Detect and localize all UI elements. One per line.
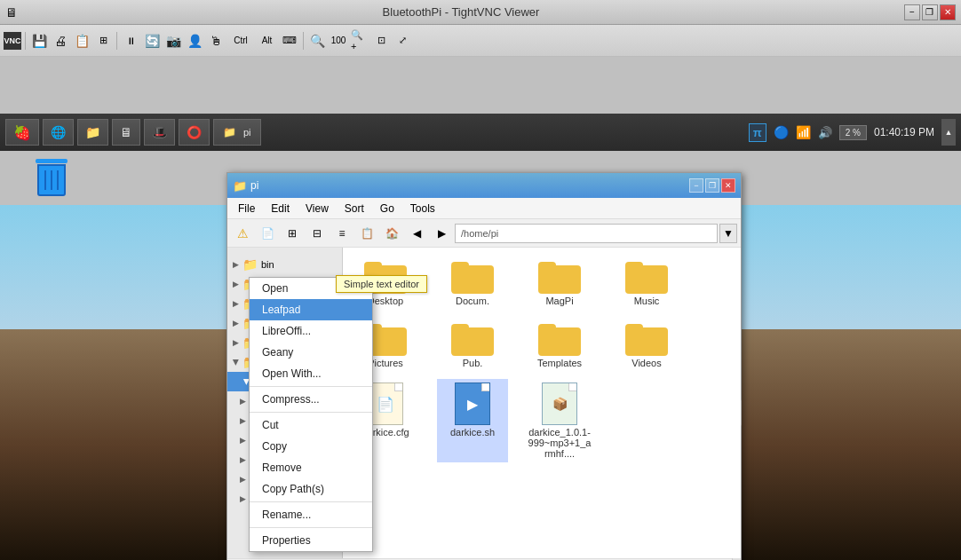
vnc-tool-zoom-in[interactable]: 🔍+: [350, 31, 369, 51]
file-item-darkice-sh[interactable]: ▶ darkice.sh: [437, 379, 508, 462]
file-label: Pub.: [463, 358, 483, 368]
scroll-up-icon: ▲: [945, 128, 953, 137]
vnc-tool-grid1[interactable]: ⊞: [93, 31, 113, 51]
vnc-close-button[interactable]: ✕: [940, 4, 956, 20]
file-item-pub[interactable]: Pub.: [437, 317, 508, 372]
fm-tool-home[interactable]: 🏠: [380, 222, 403, 245]
folder-icon-music: [625, 258, 668, 294]
vnc-toolbar: VNC 💾 🖨 📋 ⊞ ⏸ 🔄 📷 👤 🖱 Ctrl Alt ⌨ 🔍 100 🔍…: [0, 25, 961, 57]
vnc-tool-zoom-out[interactable]: 🔍: [307, 31, 327, 51]
vnc-tool-mouse[interactable]: 🖱: [206, 31, 226, 51]
cm-item-copy[interactable]: Copy: [250, 436, 372, 457]
cm-item-remove[interactable]: Remove: [250, 457, 372, 478]
clock-display: 01:40:19 PM: [874, 126, 934, 138]
file-item-videos[interactable]: Videos: [611, 317, 682, 372]
taskbar-hat-btn[interactable]: 🎩: [144, 119, 175, 146]
fm-menu-view[interactable]: View: [298, 201, 336, 217]
taskbar-pi-path-btn[interactable]: 📁 pi: [213, 119, 261, 146]
fm-file-area: Desktop Docum. MagPi: [343, 248, 741, 558]
vnc-window: 🖥 BluetoothPi - TightVNC Viewer − ❐ ✕ VN…: [0, 0, 961, 560]
vnc-app-icon: 🖥: [5, 5, 18, 20]
fm-menu-sort[interactable]: Sort: [338, 201, 371, 217]
file-label: Videos: [631, 358, 661, 368]
vnc-tool-vnc-icon: VNC: [4, 32, 21, 50]
vnc-desktop-content: 🍓 🌐 📁 🖥 🎩 ⭕ 📁 pi π: [0, 57, 961, 560]
vnc-tool-fullscreen[interactable]: ⤢: [393, 31, 412, 51]
file-label: MagPi: [545, 296, 573, 306]
vnc-minimize-button[interactable]: −: [904, 4, 920, 20]
fm-menu-tools[interactable]: Tools: [403, 201, 442, 217]
fm-titlebar: 📁 pi − ❐ ✕: [227, 173, 741, 198]
pi-badge: π: [749, 123, 766, 142]
file-item-templates[interactable]: Templates: [524, 317, 595, 372]
file-label: darkice.sh: [450, 427, 495, 438]
fm-tool-view1[interactable]: 📄: [256, 222, 279, 245]
fm-close-button[interactable]: ✕: [721, 178, 735, 193]
folder-icon-templates: [538, 320, 581, 356]
folder-icon-pub: [451, 320, 494, 356]
taskbar-terminal-btn[interactable]: 🖥: [112, 119, 140, 146]
cm-item-compress[interactable]: Compress...: [250, 389, 372, 410]
cm-item-properties[interactable]: Properties: [250, 530, 372, 551]
vnc-tool-zoom-100[interactable]: 100: [329, 31, 348, 51]
vnc-tool-person[interactable]: 👤: [185, 31, 204, 51]
cm-item-geany[interactable]: Geany: [250, 342, 372, 363]
file-item-magpi[interactable]: MagPi: [524, 255, 595, 310]
fm-restore-button[interactable]: ❐: [705, 178, 719, 193]
fm-menu-file[interactable]: File: [231, 201, 262, 217]
vnc-restore-button[interactable]: ❐: [922, 4, 938, 20]
vnc-tool-ctrl[interactable]: Ctrl: [227, 31, 254, 51]
vnc-tool-key[interactable]: ⌨: [280, 31, 299, 51]
tooltip-text: Simple text editor: [344, 279, 419, 289]
fm-tool-grid2[interactable]: ⊞: [281, 222, 304, 245]
fm-minimize-button[interactable]: −: [689, 178, 703, 193]
taskbar-filemanager-btn[interactable]: 📁: [77, 119, 108, 146]
terminal-icon: 🖥: [120, 125, 132, 139]
taskbar-system-tray: π 🔵 📶 🔊 2 % 01:40:19 PM ▲: [749, 119, 956, 146]
cm-item-copy-paths[interactable]: Copy Path(s): [250, 478, 372, 500]
circle-icon: ⭕: [187, 125, 202, 139]
desktop-trash-icon[interactable]: [25, 159, 78, 196]
fm-tool-grid3[interactable]: ⊟: [306, 222, 329, 245]
vnc-tool-alt[interactable]: Alt: [256, 31, 278, 51]
fm-tool-forward[interactable]: ▶: [430, 222, 453, 245]
shell-file-icon: ▶: [455, 383, 490, 425]
fm-path-dropdown[interactable]: ▼: [719, 224, 737, 243]
fm-menu-go[interactable]: Go: [373, 201, 401, 217]
file-label: Docum.: [456, 296, 489, 306]
fm-path-text: /home/pi: [461, 228, 498, 239]
file-item-darkice-pkg[interactable]: 📦 darkice_1.0.1-999~mp3+1_armhf....: [524, 379, 595, 462]
taskbar-scroll-btn[interactable]: ▲: [941, 119, 956, 146]
vnc-tool-save[interactable]: 💾: [29, 31, 49, 51]
taskbar-circle-btn[interactable]: ⭕: [179, 119, 210, 146]
fm-tool-details[interactable]: 📋: [355, 222, 378, 245]
vnc-tool-pause[interactable]: ⏸: [121, 31, 140, 51]
fm-window-title: pi: [250, 179, 689, 192]
pi-taskbar: 🍓 🌐 📁 🖥 🎩 ⭕ 📁 pi π: [0, 114, 961, 151]
vnc-tool-refresh[interactable]: 🔄: [142, 31, 162, 51]
folder-icon-docum: [451, 258, 494, 294]
taskbar-browser-btn[interactable]: 🌐: [43, 119, 74, 146]
fm-menu-edit[interactable]: Edit: [264, 201, 297, 217]
fm-tool-list[interactable]: ≡: [330, 222, 353, 245]
trash-body: [37, 164, 66, 196]
vnc-tool-cam[interactable]: 📷: [163, 31, 183, 51]
taskbar-raspberry-btn[interactable]: 🍓: [5, 119, 39, 146]
file-item-music[interactable]: Music: [611, 255, 682, 310]
vnc-tool-fit[interactable]: ⊡: [371, 31, 391, 51]
vnc-tool-clipboard[interactable]: 📋: [72, 31, 91, 51]
fm-tool-warning[interactable]: ⚠: [231, 222, 254, 245]
file-label: Templates: [537, 358, 582, 368]
vnc-tool-print[interactable]: 🖨: [51, 31, 70, 51]
cm-item-leafpad[interactable]: Leafpad: [250, 299, 372, 320]
sidebar-item-bin[interactable]: ▶ 📁 bin: [227, 255, 342, 274]
cm-item-open-with[interactable]: Open With...: [250, 363, 372, 384]
cm-item-rename[interactable]: Rename...: [250, 504, 372, 525]
wifi-icon: 📶: [796, 125, 811, 139]
fm-path-bar[interactable]: /home/pi: [455, 224, 718, 243]
cm-item-cut[interactable]: Cut: [250, 414, 372, 436]
cm-item-libreoffice[interactable]: LibreOffi...: [250, 320, 372, 342]
file-item-docum[interactable]: Docum.: [437, 255, 508, 310]
file-label: darkice_1.0.1-999~mp3+1_armhf....: [528, 427, 592, 459]
fm-tool-back[interactable]: ◀: [405, 222, 428, 245]
